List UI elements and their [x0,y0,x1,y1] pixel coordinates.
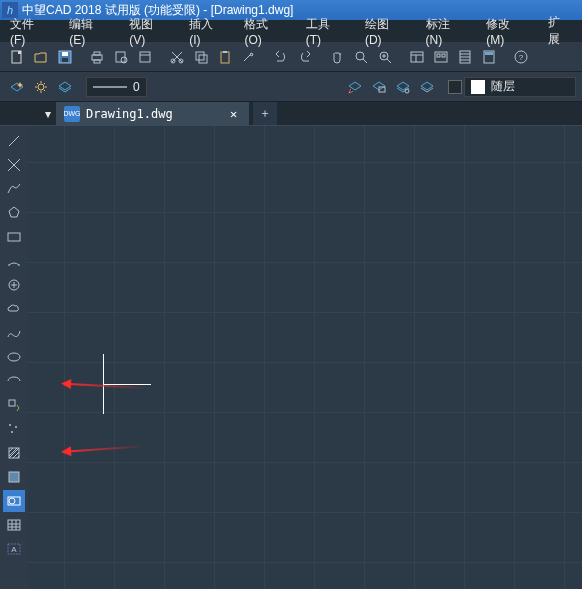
separator [78,76,84,98]
match-properties-button[interactable] [238,46,260,68]
layer-label: 随层 [491,78,515,95]
circle-center-tool[interactable] [3,274,25,296]
layer-manager-button[interactable] [392,76,414,98]
region-tool[interactable] [3,490,25,512]
calc-button[interactable] [478,46,500,68]
svg-rect-14 [199,55,207,63]
menu-modify[interactable]: 修改(M) [476,20,538,42]
new-tab-button[interactable]: ＋ [253,102,277,125]
svg-rect-3 [62,58,68,62]
polygon-tool[interactable] [3,202,25,224]
separator [318,46,324,68]
redo-button[interactable] [294,46,316,68]
publish-button[interactable] [134,46,156,68]
toolbar-2: 0 随层 [0,72,582,102]
separator [158,46,164,68]
gradient-tool[interactable] [3,466,25,488]
bylayer-checkbox[interactable] [448,80,462,94]
svg-rect-47 [9,472,19,482]
design-center-button[interactable] [430,46,452,68]
menu-tools[interactable]: 工具(T) [296,20,355,42]
ellipse-tool[interactable] [3,346,25,368]
svg-rect-50 [8,520,20,530]
svg-point-49 [9,498,15,504]
lineweight-value: 0 [133,80,140,94]
rectangle-tool[interactable] [3,226,25,248]
paste-button[interactable] [214,46,236,68]
svg-rect-22 [442,54,445,57]
toolbar-1: ? [0,42,582,72]
separator [262,46,268,68]
svg-point-43 [9,424,11,426]
drawing-canvas[interactable] [28,126,582,589]
insert-block-tool[interactable] [3,394,25,416]
layer-iso-button[interactable] [54,76,76,98]
table-tool[interactable] [3,514,25,536]
layer-states-button[interactable] [368,76,390,98]
print-preview-button[interactable] [110,46,132,68]
separator [502,46,508,68]
tool-palettes-button[interactable] [454,46,476,68]
dwg-icon: DWG [64,106,80,122]
svg-rect-21 [437,54,440,57]
menu-format[interactable]: 格式(O) [234,20,295,42]
zoom-window-button[interactable] [374,46,396,68]
line-tool[interactable] [3,130,25,152]
new-button[interactable] [6,46,28,68]
svg-rect-25 [485,52,493,55]
spline-tool[interactable] [3,322,25,344]
lineweight-select[interactable]: 0 [86,77,147,97]
svg-point-41 [8,353,20,361]
doc-tab-label: Drawing1.dwg [86,107,173,121]
mtext-tool[interactable]: A [3,538,25,560]
menubar: 文件(F) 编辑(E) 视图(V) 插入(I) 格式(O) 工具(T) 绘图(D… [0,20,582,42]
polyline-tool[interactable] [3,178,25,200]
svg-rect-7 [94,60,100,63]
undo-button[interactable] [270,46,292,68]
svg-rect-13 [196,52,204,60]
svg-rect-19 [411,52,423,62]
svg-line-32 [9,136,19,146]
svg-rect-4 [62,52,68,56]
point-tool[interactable] [3,418,25,440]
close-icon[interactable]: ✕ [227,107,241,121]
separator [398,46,404,68]
menu-extend[interactable]: 扩展 [538,20,582,42]
svg-point-45 [11,431,13,433]
separator [78,46,84,68]
layer-select[interactable]: 随层 [464,77,576,97]
construction-line-tool[interactable] [3,154,25,176]
properties-button[interactable] [406,46,428,68]
copy-button[interactable] [190,46,212,68]
svg-rect-1 [18,51,21,54]
hatch-tool[interactable] [3,442,25,464]
zoom-button[interactable] [350,46,372,68]
help-button[interactable]: ? [510,46,532,68]
menu-draw[interactable]: 绘图(D) [355,20,416,42]
tab-menu-button[interactable]: ▾ [40,102,56,125]
svg-rect-6 [94,52,100,55]
doc-tabstrip: ▾ DWG Drawing1.dwg ✕ ＋ [0,102,582,126]
menu-edit[interactable]: 编辑(E) [59,20,119,42]
new-layer-button[interactable] [6,76,28,98]
doc-tab-drawing1[interactable]: DWG Drawing1.dwg ✕ [56,102,249,125]
print-button[interactable] [86,46,108,68]
menu-dimension[interactable]: 标注(N) [416,20,477,42]
menu-insert[interactable]: 插入(I) [179,20,234,42]
ellipse-arc-tool[interactable] [3,370,25,392]
menu-view[interactable]: 视图(V) [119,20,179,42]
save-button[interactable] [54,46,76,68]
pan-button[interactable] [326,46,348,68]
layer-prev-button[interactable] [344,76,366,98]
svg-rect-35 [8,233,20,241]
svg-point-17 [356,52,364,60]
sun-button[interactable] [30,76,52,98]
menu-file[interactable]: 文件(F) [0,20,59,42]
svg-rect-10 [140,52,150,62]
open-button[interactable] [30,46,52,68]
layer-freeze-button[interactable] [416,76,438,98]
arc-tool[interactable] [3,250,25,272]
svg-point-28 [38,84,44,90]
cut-button[interactable] [166,46,188,68]
revision-cloud-tool[interactable] [3,298,25,320]
